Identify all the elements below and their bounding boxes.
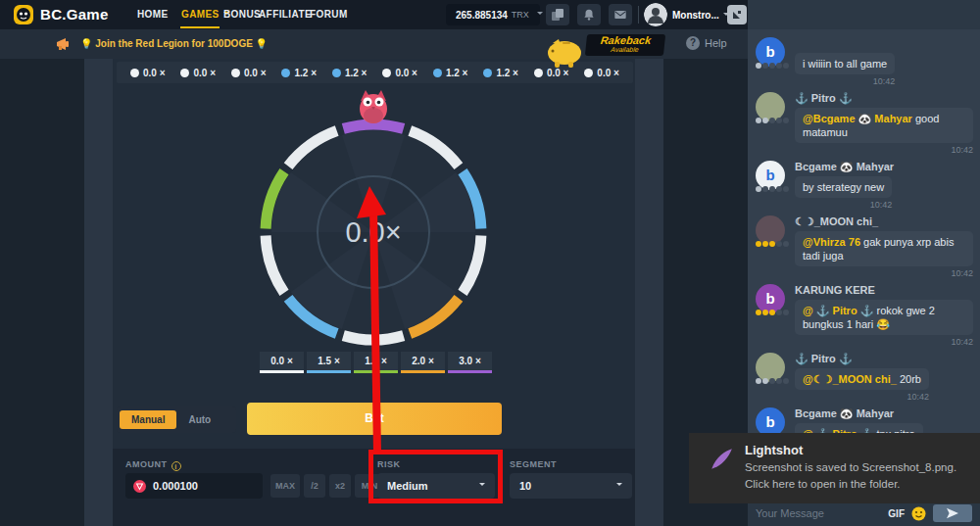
toast-line2[interactable]: Click here to open in the folder. <box>745 478 901 490</box>
emoji-button[interactable] <box>911 506 926 521</box>
cards-icon <box>551 8 564 22</box>
bet-button[interactable]: Bet <box>247 403 502 435</box>
mention[interactable]: @☾☽_MOON chi_ <box>803 373 897 385</box>
legend-cell: 3.0 × <box>448 352 492 373</box>
legend-cell: 1.7 × <box>354 352 398 373</box>
level-dot <box>776 118 782 123</box>
rakeback-subtitle: Available <box>585 46 664 54</box>
level-dot <box>776 378 782 384</box>
level-dot <box>769 186 775 192</box>
feather-icon <box>709 447 734 472</box>
chat-username[interactable]: ⚓ Pitro ⚓ <box>795 92 974 105</box>
chevron-down-icon <box>479 483 485 489</box>
level-dot <box>756 310 761 315</box>
segment-select[interactable]: 10 <box>510 473 632 499</box>
amount-input[interactable]: 0.000100 <box>125 473 263 499</box>
legend-color-bar <box>307 370 351 373</box>
messages-button[interactable] <box>609 4 632 25</box>
chat-username[interactable]: KARUNG KERE <box>795 284 974 297</box>
result-dot <box>534 69 543 77</box>
lightshot-notification[interactable]: Lightshot Screenshot is saved to Screens… <box>689 433 980 503</box>
auto-tab[interactable]: Auto <box>176 410 222 429</box>
bc-game-app: BC.Game HOME GAMES BONUS AFFILIATE FORUM… <box>0 0 980 526</box>
result-value: 1.2 × <box>496 68 518 78</box>
level-dot <box>756 63 761 69</box>
history-chip: 1.2 × <box>281 68 317 78</box>
chat-bubble: @ ⚓ Pitro ⚓ rokok gwe 2 bungkus 1 hari 😂 <box>795 300 973 335</box>
level-dot <box>769 63 775 69</box>
toast-line1: Screenshot is saved to Screenshot_8.png. <box>745 461 956 473</box>
chat-username[interactable]: Bcgame 🐼 Mahyar <box>795 407 974 420</box>
user-avatar[interactable] <box>644 3 667 26</box>
notifications-button[interactable] <box>577 4 601 25</box>
info-icon[interactable]: i <box>172 461 181 471</box>
max-button[interactable]: MAX <box>270 474 300 498</box>
bc-game-logo-icon[interactable] <box>13 4 34 25</box>
legend-value: 1.5 × <box>307 352 351 366</box>
nav-affiliate[interactable]: AFFILIATE <box>259 0 312 29</box>
chat-username[interactable]: ⚓ Pitro ⚓ <box>795 353 974 365</box>
mention[interactable]: @Bcgame 🐼 Mahyar <box>803 113 912 124</box>
avatar-image <box>644 3 667 26</box>
wheel-result-multiplier: 0.0× <box>315 215 432 249</box>
legend-value: 1.7 × <box>354 352 398 366</box>
legend-value: 2.0 × <box>401 352 445 366</box>
chevron-down-icon <box>537 12 543 18</box>
legend-value: 0.0 × <box>260 352 304 366</box>
send-arrow-icon <box>946 507 959 519</box>
gif-button[interactable]: GIF <box>888 508 905 519</box>
rakeback-piggy-icon[interactable] <box>543 31 586 71</box>
nav-bonus[interactable]: BONUS <box>223 0 261 29</box>
message-input[interactable]: Your Message <box>756 507 881 519</box>
rakeback-badge[interactable]: Rakeback Available <box>585 34 665 56</box>
question-icon: ? <box>686 36 700 50</box>
mention[interactable]: @Vhirza 76 <box>803 236 860 248</box>
legend-color-bar <box>448 370 492 373</box>
help-button[interactable]: ? Help <box>686 36 727 50</box>
mention[interactable]: @ ⚓ Pitro ⚓ <box>803 305 873 316</box>
chat-panel: b i wiiiin to all game 10:42 ⚓ Pitro ⚓ @… <box>748 29 980 502</box>
chat-username[interactable] <box>795 37 974 50</box>
help-label: Help <box>705 37 727 49</box>
username-dropdown[interactable]: Monstro... <box>672 10 729 21</box>
nav-games-active-underline <box>180 26 220 28</box>
level-dot <box>762 378 768 384</box>
chat-text: 20rb <box>900 373 921 385</box>
banner-text[interactable]: 💡 Join the Red Legion for 100DOGE 💡 <box>80 38 268 49</box>
chat-username[interactable]: ☾☽_MOON chi_ <box>795 215 974 228</box>
risk-select[interactable]: Medium <box>377 473 495 499</box>
legend-value: 3.0 × <box>448 352 492 366</box>
double-button[interactable]: x2 <box>329 474 351 498</box>
legend-color-bar <box>354 370 398 373</box>
result-dot <box>483 69 492 77</box>
half-button[interactable]: /2 <box>304 474 325 498</box>
manual-tab[interactable]: Manual <box>120 410 176 429</box>
chat-message: ☾☽_MOON chi_ @Vhirza 76 gak punya xrp ab… <box>756 215 974 278</box>
wallet-button[interactable] <box>546 4 569 25</box>
collapse-chat-button[interactable] <box>727 5 747 24</box>
result-dot <box>332 69 341 77</box>
chat-bubble: i wiiiin to all game <box>795 53 895 74</box>
toast-title: Lightshot <box>745 443 803 457</box>
segment-value: 10 <box>519 480 531 492</box>
chat-username[interactable]: Bcgame 🐼 Mahyar <box>795 161 974 173</box>
bell-icon <box>582 8 596 22</box>
send-button[interactable] <box>933 504 972 522</box>
balance-dropdown[interactable]: 265.885134 TRX <box>446 4 540 25</box>
level-dot <box>783 378 789 384</box>
result-value: 0.0 × <box>143 68 166 78</box>
level-dot <box>783 118 789 123</box>
divider <box>638 6 639 24</box>
result-dot <box>382 69 391 77</box>
risk-value: Medium <box>387 480 428 492</box>
trx-coin-icon <box>133 480 146 493</box>
history-chip: 1.2 × <box>433 68 468 78</box>
result-value: 0.0 × <box>193 68 216 78</box>
nav-forum[interactable]: FORUM <box>310 0 348 29</box>
chat-header: Global <box>748 0 980 29</box>
level-dot <box>756 186 761 192</box>
nav-games[interactable]: GAMES <box>181 0 229 29</box>
chat-timestamp: 10:42 <box>870 200 893 210</box>
announcement-banner: 💡 Join the Red Legion for 100DOGE 💡 Rake… <box>0 29 748 59</box>
nav-home[interactable]: HOME <box>137 0 169 29</box>
